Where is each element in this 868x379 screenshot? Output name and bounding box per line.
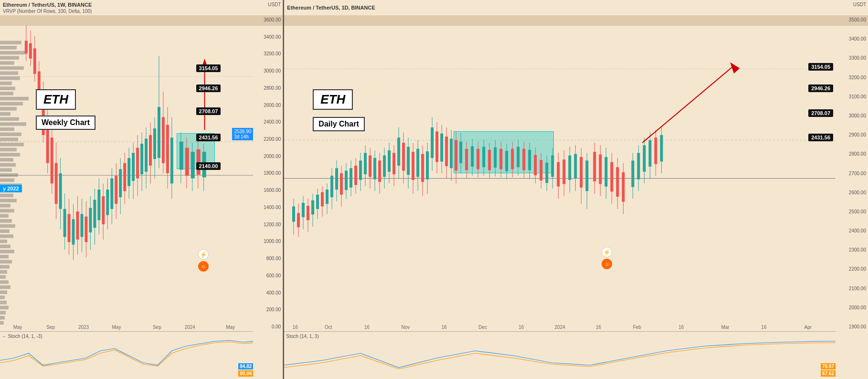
svg-rect-8: [0, 66, 24, 70]
right-date-16d: 16: [519, 325, 524, 330]
left-lightning-icon: ⚡: [198, 249, 209, 260]
right-date-dec: Dec: [478, 325, 487, 330]
right-date-16b: 16: [364, 325, 370, 330]
right-date-mar: Mar: [721, 325, 729, 330]
svg-rect-51: [0, 285, 11, 289]
left-stoch-val2: 80.04: [238, 370, 253, 377]
svg-marker-289: [727, 60, 740, 74]
right-date-16c: 16: [442, 325, 447, 330]
svg-rect-275: [622, 172, 625, 202]
right-stoch-val1: 70.87: [821, 363, 836, 369]
svg-rect-64: [33, 48, 36, 74]
right-lightning-icon: ⚡: [602, 247, 612, 257]
svg-rect-261: [580, 157, 583, 188]
svg-rect-15: [0, 102, 23, 105]
svg-rect-22: [0, 137, 18, 141]
svg-rect-207: [431, 127, 434, 158]
right-chart-header: Ethereum / TetherUS, 1D, BINANCE: [284, 0, 868, 15]
right-chart-title: Ethereum / TetherUS, 1D, BINANCE: [287, 5, 375, 11]
svg-rect-88: [85, 217, 87, 242]
svg-rect-5: [0, 51, 26, 54]
right-price-2946: 2946.26: [808, 84, 833, 92]
svg-rect-57: [0, 316, 5, 319]
svg-rect-213: [445, 137, 448, 166]
svg-rect-33: [0, 194, 13, 197]
svg-rect-49: [0, 275, 6, 279]
right-chart-area: ETH Daily Chart 3154.05 2946.26 2708.07 …: [284, 15, 836, 331]
right-stoch-area: Stoch (14, 1, 3) 70.87 67.62: [284, 331, 836, 379]
svg-rect-267: [599, 154, 602, 184]
svg-rect-255: [563, 159, 566, 184]
svg-rect-6: [0, 56, 19, 59]
svg-rect-27: [0, 163, 16, 167]
svg-rect-78: [64, 209, 66, 237]
left-date-2023: 2023: [78, 325, 89, 330]
svg-rect-82: [72, 219, 75, 244]
svg-rect-74: [55, 163, 58, 204]
right-price-2708: 2708.07: [808, 109, 833, 117]
svg-rect-4: [0, 46, 17, 49]
right-stoch-svg: [284, 332, 836, 379]
svg-rect-44: [0, 250, 14, 253]
svg-rect-7: [0, 61, 14, 64]
right-cyan-box: [454, 131, 554, 173]
right-chart-title-box: Daily Chart: [313, 117, 364, 131]
svg-rect-23: [0, 143, 24, 146]
svg-rect-92: [93, 200, 96, 228]
svg-rect-285: [655, 137, 657, 164]
svg-rect-209: [436, 131, 439, 162]
right-price-3154: 3154.05: [808, 63, 833, 71]
svg-rect-263: [586, 160, 589, 191]
svg-rect-187: [383, 156, 386, 177]
svg-rect-39: [0, 224, 15, 228]
svg-rect-197: [407, 147, 410, 175]
svg-rect-56: [0, 311, 6, 314]
left-chart-title: Ethereum / TetherUS, 1W, BINANCE: [3, 2, 92, 8]
svg-rect-215: [450, 138, 453, 168]
svg-rect-80: [68, 214, 71, 242]
right-price-2431: 2431.56: [808, 134, 833, 141]
right-date-16a: 16: [293, 325, 298, 330]
left-year-badge: y 2022: [0, 185, 22, 192]
svg-rect-110: [132, 153, 135, 181]
svg-rect-98: [106, 190, 109, 215]
svg-rect-50: [0, 280, 9, 284]
svg-rect-30: [0, 179, 14, 182]
svg-rect-3: [0, 41, 21, 44]
svg-rect-179: [364, 153, 367, 174]
svg-rect-155: [307, 206, 309, 220]
left-date-may: May: [13, 325, 22, 330]
left-smiley-icon: ☺: [198, 261, 209, 272]
svg-rect-259: [574, 154, 577, 178]
svg-rect-126: [166, 125, 169, 173]
svg-rect-253: [557, 162, 560, 187]
svg-rect-45: [0, 255, 9, 258]
svg-rect-86: [80, 214, 83, 237]
left-chart-svg: [0, 15, 253, 331]
svg-rect-191: [392, 153, 395, 174]
svg-rect-17: [0, 112, 11, 116]
svg-rect-114: [140, 144, 143, 174]
svg-rect-273: [616, 167, 619, 197]
right-date-oct: Oct: [325, 325, 332, 330]
svg-rect-181: [369, 156, 371, 177]
left-chart-title-box: Weekly Chart: [36, 116, 95, 130]
svg-rect-195: [402, 143, 405, 171]
left-price-2708: 2708.07: [196, 107, 221, 115]
svg-rect-257: [569, 156, 572, 180]
left-stoch-label: ← Stoch (14, 1, -3): [2, 334, 42, 339]
left-price-2431: 2431.56: [196, 134, 221, 141]
svg-rect-118: [149, 135, 152, 166]
svg-rect-128: [170, 137, 173, 183]
svg-rect-193: [397, 137, 400, 166]
right-smiley-icon: ☺: [602, 259, 612, 269]
svg-rect-76: [59, 173, 62, 209]
svg-rect-211: [441, 134, 444, 162]
svg-rect-199: [412, 152, 414, 180]
left-current-price: 2538.90 3d 14h: [232, 128, 253, 140]
svg-rect-169: [340, 173, 343, 195]
svg-rect-287: [660, 135, 663, 162]
right-date-labels: 16 Oct 16 Nov 16 Dec 16 2024 16 Feb 16 M…: [284, 323, 836, 331]
svg-rect-38: [0, 219, 12, 222]
left-chart-header: Ethereum / TetherUS, 1W, BINANCE VRVP (N…: [0, 0, 283, 15]
